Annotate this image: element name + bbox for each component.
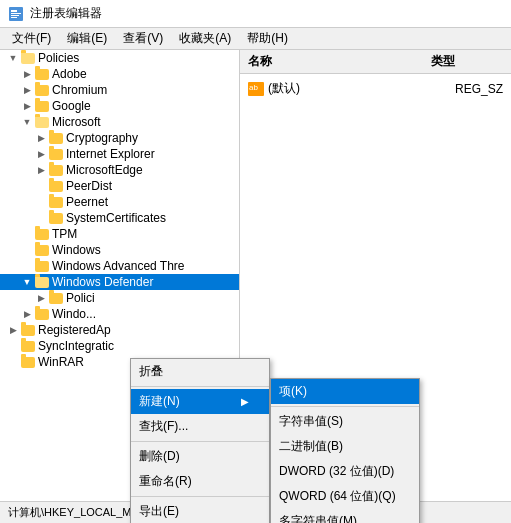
context-menu-overlay: 折叠 新建(N) ▶ 查找(F)... 删除(D) 重命名(R) 导出(E) 权… <box>0 0 511 523</box>
submenu-arrow: ▶ <box>241 396 249 407</box>
separator-2 <box>131 441 269 442</box>
submenu-string[interactable]: 字符串值(S) <box>271 409 419 434</box>
context-rename[interactable]: 重命名(R) <box>131 469 269 494</box>
submenu-key[interactable]: 项(K) <box>271 379 419 404</box>
submenu: 项(K) 字符串值(S) 二进制值(B) DWORD (32 位值)(D) QW… <box>270 378 420 523</box>
context-new[interactable]: 新建(N) ▶ <box>131 389 269 414</box>
submenu-qword[interactable]: QWORD (64 位值)(Q) <box>271 484 419 509</box>
context-delete[interactable]: 删除(D) <box>131 444 269 469</box>
separator-3 <box>131 496 269 497</box>
context-menu: 折叠 新建(N) ▶ 查找(F)... 删除(D) 重命名(R) 导出(E) 权… <box>130 358 270 523</box>
submenu-dword[interactable]: DWORD (32 位值)(D) <box>271 459 419 484</box>
submenu-binary[interactable]: 二进制值(B) <box>271 434 419 459</box>
separator-1 <box>131 386 269 387</box>
context-find[interactable]: 查找(F)... <box>131 414 269 439</box>
submenu-multistring[interactable]: 多字符串值(M) <box>271 509 419 523</box>
submenu-sep-1 <box>271 406 419 407</box>
context-collapse[interactable]: 折叠 <box>131 359 269 384</box>
context-export[interactable]: 导出(E) <box>131 499 269 523</box>
